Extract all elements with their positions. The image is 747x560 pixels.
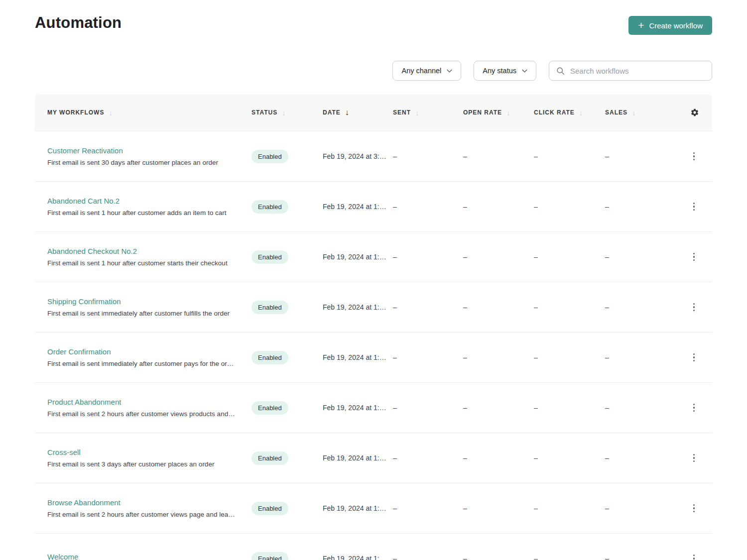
workflow-name-link[interactable]: Abandoned Checkout No.2 bbox=[47, 247, 251, 255]
column-header-click-rate[interactable]: CLICK RATE ↓ bbox=[534, 109, 605, 117]
kebab-dot bbox=[693, 152, 695, 154]
page-title: Automation bbox=[35, 14, 122, 32]
row-menu-button[interactable] bbox=[691, 501, 697, 516]
status-cell: Enabled bbox=[251, 451, 323, 465]
create-workflow-label: Create workflow bbox=[649, 21, 703, 30]
column-header-open-rate[interactable]: OPEN RATE ↓ bbox=[463, 109, 534, 117]
row-menu-button[interactable] bbox=[691, 451, 697, 465]
row-menu-button[interactable] bbox=[691, 149, 697, 164]
open-rate-value: – bbox=[463, 404, 534, 412]
sales-value: – bbox=[605, 504, 670, 512]
click-rate-value: – bbox=[534, 555, 605, 560]
workflow-description: First email is sent 3 days after custome… bbox=[47, 460, 251, 468]
workflow-name-link[interactable]: Order Confirmation bbox=[47, 347, 251, 356]
chevron-down-icon bbox=[447, 69, 452, 73]
column-label: DATE bbox=[323, 109, 341, 116]
gear-icon[interactable] bbox=[690, 108, 699, 117]
channel-filter-dropdown[interactable]: Any channel bbox=[392, 61, 461, 81]
sales-value: – bbox=[605, 404, 670, 412]
date-value: Feb 19, 2024 at 1:… bbox=[323, 203, 393, 211]
workflow-description: First email is sent immediately after cu… bbox=[47, 310, 251, 317]
column-header-sent[interactable]: SENT ↓ bbox=[393, 109, 463, 117]
actions-cell bbox=[670, 200, 712, 214]
date-value: Feb 19, 2024 at 1:… bbox=[323, 504, 393, 512]
status-cell: Enabled bbox=[251, 401, 323, 415]
table-header: MY WORKFLOWS ↓ STATUS ↓ DATE ↓ SENT ↓ OP… bbox=[35, 94, 712, 131]
table-row: Welcome Enabled Feb 19, 2024 at 1:… – – … bbox=[35, 534, 712, 560]
kebab-dot bbox=[693, 259, 695, 261]
kebab-dot bbox=[693, 511, 695, 513]
kebab-dot bbox=[693, 410, 695, 412]
row-menu-button[interactable] bbox=[691, 200, 697, 214]
workflow-description: First email is sent 30 days after custom… bbox=[47, 159, 251, 166]
workflow-name-link[interactable]: Product Abandonment bbox=[47, 398, 251, 406]
click-rate-value: – bbox=[534, 253, 605, 261]
workflow-name-link[interactable]: Customer Reactivation bbox=[47, 146, 251, 155]
open-rate-value: – bbox=[463, 203, 534, 211]
status-badge: Enabled bbox=[251, 301, 288, 314]
kebab-dot bbox=[693, 206, 695, 208]
workflow-name-link[interactable]: Shipping Confirmation bbox=[47, 297, 251, 306]
sales-value: – bbox=[605, 253, 670, 261]
sent-value: – bbox=[393, 203, 463, 211]
table-row: Abandoned Cart No.2 First email is sent … bbox=[35, 182, 712, 232]
row-menu-button[interactable] bbox=[691, 401, 697, 415]
sort-arrow-icon: ↓ bbox=[415, 109, 420, 117]
workflow-name-link[interactable]: Browse Abandonment bbox=[47, 498, 251, 507]
date-value: Feb 19, 2024 at 1:… bbox=[323, 253, 393, 261]
sent-value: – bbox=[393, 504, 463, 512]
date-value: Feb 19, 2024 at 1:… bbox=[323, 303, 393, 311]
actions-cell bbox=[670, 401, 712, 415]
column-header-sales[interactable]: SALES ↓ bbox=[605, 109, 670, 117]
workflow-name-link[interactable]: Cross-sell bbox=[47, 448, 251, 456]
column-header-status[interactable]: STATUS ↓ bbox=[251, 109, 323, 117]
date-value: Feb 19, 2024 at 1:… bbox=[323, 555, 393, 560]
sales-value: – bbox=[605, 152, 670, 160]
status-badge: Enabled bbox=[251, 451, 288, 465]
actions-cell bbox=[670, 552, 712, 560]
click-rate-value: – bbox=[534, 404, 605, 412]
row-menu-button[interactable] bbox=[691, 300, 697, 315]
status-badge: Enabled bbox=[251, 552, 288, 560]
table-row: Customer Reactivation First email is sen… bbox=[35, 131, 712, 182]
column-label: MY WORKFLOWS bbox=[47, 109, 104, 116]
sent-value: – bbox=[393, 555, 463, 560]
workflow-cell: Cross-sell First email is sent 3 days af… bbox=[35, 448, 251, 468]
kebab-dot bbox=[693, 303, 695, 305]
kebab-dot bbox=[693, 155, 695, 157]
workflow-description: First email is sent 2 hours after custom… bbox=[47, 511, 251, 518]
kebab-dot bbox=[693, 353, 695, 355]
kebab-dot bbox=[693, 454, 695, 456]
sent-value: – bbox=[393, 454, 463, 462]
sales-value: – bbox=[605, 203, 670, 211]
status-filter-dropdown[interactable]: Any status bbox=[474, 61, 536, 81]
status-filter-label: Any status bbox=[483, 67, 516, 75]
search-input[interactable] bbox=[570, 67, 705, 75]
workflow-description: First email is sent 1 hour after custome… bbox=[47, 209, 251, 217]
column-header-date[interactable]: DATE ↓ bbox=[323, 108, 393, 117]
kebab-dot bbox=[693, 555, 695, 557]
workflow-cell: Abandoned Cart No.2 First email is sent … bbox=[35, 197, 251, 217]
row-menu-button[interactable] bbox=[691, 350, 697, 365]
sent-value: – bbox=[393, 353, 463, 361]
sales-value: – bbox=[605, 454, 670, 462]
workflow-name-link[interactable]: Abandoned Cart No.2 bbox=[47, 197, 251, 205]
click-rate-value: – bbox=[534, 203, 605, 211]
status-cell: Enabled bbox=[251, 301, 323, 314]
column-label: CLICK RATE bbox=[534, 109, 575, 116]
sort-arrow-icon: ↓ bbox=[109, 109, 113, 117]
sort-arrow-icon: ↓ bbox=[506, 109, 511, 117]
workflow-name-link[interactable]: Welcome bbox=[47, 553, 251, 560]
sent-value: – bbox=[393, 253, 463, 261]
channel-filter-label: Any channel bbox=[401, 67, 441, 75]
status-cell: Enabled bbox=[251, 351, 323, 364]
row-menu-button[interactable] bbox=[691, 250, 697, 264]
automation-page: Automation + Create workflow Any channel… bbox=[0, 0, 747, 560]
row-menu-button[interactable] bbox=[691, 552, 697, 560]
status-badge: Enabled bbox=[251, 401, 288, 415]
column-header-my-workflows[interactable]: MY WORKFLOWS ↓ bbox=[35, 109, 251, 117]
kebab-dot bbox=[693, 253, 695, 255]
filter-bar: Any channel Any status bbox=[35, 61, 712, 81]
actions-cell bbox=[670, 350, 712, 365]
create-workflow-button[interactable]: + Create workflow bbox=[628, 16, 712, 35]
